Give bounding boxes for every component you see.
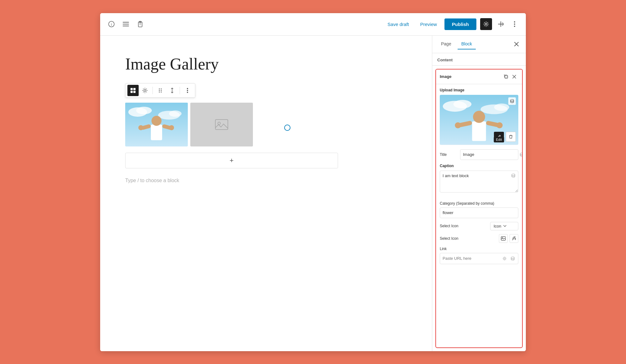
svg-point-22 (159, 91, 160, 92)
category-input[interactable] (440, 208, 518, 218)
editor-canvas: Image Gallery (100, 36, 432, 351)
add-block-button[interactable]: + (125, 153, 338, 168)
svg-rect-16 (133, 91, 136, 93)
svg-rect-2 (123, 22, 129, 23)
category-input-wrapper (440, 208, 518, 218)
svg-point-9 (485, 23, 487, 25)
main-area: Image Gallery (100, 36, 526, 351)
svg-point-37 (169, 125, 174, 130)
gallery-wrapper (125, 103, 253, 153)
svg-text:i: i (111, 22, 112, 27)
panel-close-button[interactable] (512, 40, 521, 49)
caption-db-icon[interactable] (510, 172, 516, 179)
toolbar-divider (152, 87, 153, 94)
svg-point-19 (161, 88, 162, 89)
svg-point-44 (453, 100, 471, 108)
title-row: Title (440, 149, 518, 160)
svg-rect-47 (472, 121, 486, 141)
settings-button[interactable] (139, 85, 151, 96)
preview-button[interactable]: Preview (416, 19, 440, 29)
svg-rect-4 (123, 26, 129, 26)
upload-image-area[interactable]: Edit (440, 95, 518, 145)
editor-window: i Save draft Preview (100, 13, 526, 351)
icon-image-button[interactable] (499, 234, 508, 243)
svg-point-54 (520, 153, 522, 154)
tab-page[interactable]: Page (437, 39, 455, 49)
svg-point-36 (138, 125, 143, 130)
edit-btn-wrapper: Edit (494, 132, 504, 142)
close-block-button[interactable] (510, 73, 518, 81)
svg-point-53 (511, 99, 514, 101)
tab-block[interactable]: Block (458, 39, 476, 49)
title-db-icon[interactable] (520, 151, 522, 158)
svg-rect-38 (215, 120, 228, 130)
svg-point-46 (494, 103, 509, 110)
publish-button[interactable]: Publish (444, 18, 476, 30)
select-icon-value: Icon (494, 224, 501, 228)
svg-point-31 (169, 110, 182, 117)
svg-point-25 (187, 90, 188, 91)
link-input-icons (501, 255, 518, 262)
image-action-buttons: Edit (494, 132, 516, 142)
save-draft-button[interactable]: Save draft (384, 19, 413, 29)
svg-point-17 (144, 90, 146, 91)
svg-point-10 (514, 21, 515, 23)
upload-image-label: Upload Image (440, 88, 518, 92)
move-arrows-button[interactable] (167, 85, 178, 96)
gallery-grid (125, 103, 253, 146)
block-toolbar (125, 83, 195, 98)
panel-tabs: Page Block (432, 36, 526, 53)
svg-point-23 (161, 91, 162, 92)
gallery-view-button[interactable] (127, 85, 139, 96)
title-label: Title (440, 152, 460, 157)
link-input-wrapper (440, 253, 518, 264)
select-icon-dropdown[interactable]: Icon (490, 222, 518, 230)
select-icon-label2: Select Icon (440, 236, 499, 241)
svg-point-58 (504, 258, 505, 259)
icon-wrench-button[interactable] (510, 234, 518, 243)
caption-textarea[interactable]: I am text block (440, 171, 518, 192)
page-title: Image Gallery (125, 54, 407, 74)
svg-point-20 (159, 90, 160, 91)
svg-rect-32 (151, 125, 162, 140)
top-toolbar: i Save draft Preview (100, 13, 526, 36)
gear-icon[interactable] (480, 18, 492, 30)
image-block-card: Image (435, 69, 523, 348)
delete-image-button[interactable] (506, 132, 516, 142)
copy-block-button[interactable] (502, 73, 510, 81)
right-panel: Page Block Content Image (432, 36, 526, 351)
link-db-icon[interactable] (509, 255, 516, 262)
svg-point-18 (159, 88, 160, 89)
title-input[interactable] (460, 149, 518, 160)
upload-db-icon[interactable] (508, 97, 516, 105)
toolbar-right: Save draft Preview Publish (384, 18, 520, 30)
list-icon[interactable] (121, 19, 131, 29)
drag-handle-button[interactable] (155, 85, 166, 96)
toolbar-divider2 (180, 87, 180, 94)
link-gear-icon[interactable] (501, 255, 508, 262)
drag-resize-circle[interactable] (284, 125, 290, 131)
gallery-item-2[interactable] (190, 103, 253, 146)
toolbar-left: i (106, 19, 145, 29)
select-icon-row: Select Icon Icon (440, 222, 518, 230)
svg-point-24 (187, 88, 188, 89)
more-options-icon[interactable] (510, 19, 520, 29)
svg-rect-14 (133, 88, 136, 90)
content-label: Content (432, 53, 526, 66)
gallery-item-1[interactable] (125, 103, 188, 146)
svg-point-21 (161, 90, 162, 91)
svg-point-12 (514, 26, 515, 27)
image-block-title: Image (440, 74, 502, 79)
link-input[interactable] (440, 256, 501, 261)
select-icon-label: Select Icon (440, 224, 490, 228)
select-icon-row2: Select Icon (440, 234, 518, 243)
svg-point-51 (455, 122, 461, 128)
plugin-icon[interactable] (496, 19, 506, 29)
svg-point-55 (512, 174, 515, 175)
type-prompt: Type / to choose a block (125, 178, 407, 183)
card-body: Upload Image (436, 84, 522, 347)
block-more-button[interactable] (182, 85, 193, 96)
clipboard-icon[interactable] (135, 19, 145, 29)
svg-point-26 (187, 92, 188, 93)
info-icon[interactable]: i (106, 19, 116, 29)
